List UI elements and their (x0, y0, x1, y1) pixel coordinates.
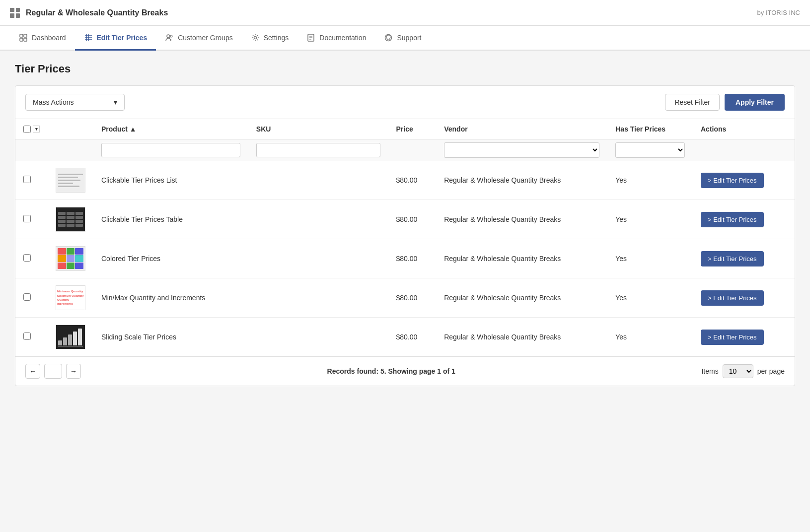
row-sku (248, 239, 388, 278)
row-product-name: Min/Max Quantity and Increments (93, 278, 248, 318)
row-price: $80.00 (388, 200, 437, 239)
row-price: $80.00 (388, 278, 437, 318)
select-all-checkbox[interactable] (23, 126, 31, 133)
row-checkbox-cell (15, 318, 48, 357)
table-row: Minimum QuantityMaximum QuantityQuantity… (15, 278, 795, 318)
row-checkbox-3[interactable] (23, 254, 31, 262)
edit-tier-prices-button[interactable]: > Edit Tier Prices (701, 173, 764, 188)
nav-label-customer-groups: Customer Groups (178, 34, 232, 42)
nav-label-edit-tier-prices: Edit Tier Prices (97, 34, 147, 42)
nav-item-dashboard[interactable]: Dashboard (10, 26, 75, 51)
row-sku (248, 278, 388, 318)
filter-tier-cell (607, 139, 693, 161)
documentation-icon (306, 33, 315, 42)
header-product[interactable]: Product ▲ (93, 119, 248, 139)
product-thumbnail (56, 207, 85, 232)
row-vendor: Regular & Wholesale Quantity Breaks (436, 239, 607, 278)
row-has-tier-prices: Yes (607, 318, 693, 357)
nav-label-settings: Settings (264, 34, 289, 42)
filter-row (15, 139, 795, 161)
row-product-name: Colored Tier Prices (93, 239, 248, 278)
row-actions-cell: > Edit Tier Prices (693, 161, 795, 200)
filter-tier-select[interactable] (615, 142, 685, 158)
filter-thumb-cell (48, 139, 93, 161)
row-checkbox-4[interactable] (23, 293, 31, 301)
toolbar: Mass Actions ▾ Reset Filter Apply Filter (15, 86, 795, 119)
mass-actions-chevron-icon: ▾ (114, 98, 117, 106)
nav-item-support[interactable]: Support (375, 26, 430, 51)
per-page-select[interactable]: 10 20 50 100 (723, 364, 753, 378)
filter-vendor-select[interactable] (444, 142, 599, 158)
table-wrapper: ▾ Product ▲ SKU Price Vendor Has Tier Pr… (15, 119, 795, 356)
product-thumbnail (56, 168, 85, 193)
next-page-button[interactable]: → (66, 364, 81, 379)
row-has-tier-prices: Yes (607, 161, 693, 200)
header-thumb (48, 119, 93, 139)
mass-actions-label: Mass Actions (33, 98, 74, 106)
customer-groups-icon (165, 33, 174, 42)
filter-product-cell (93, 139, 248, 161)
row-vendor: Regular & Wholesale Quantity Breaks (436, 161, 607, 200)
svg-rect-1 (24, 34, 27, 37)
row-product-name: Clickable Tier Prices List (93, 161, 248, 200)
mass-actions-dropdown[interactable]: Mass Actions ▾ (25, 94, 125, 111)
settings-icon (251, 33, 260, 42)
header-vendor: Vendor (436, 119, 607, 139)
row-actions-cell: > Edit Tier Prices (693, 278, 795, 318)
header-checkbox-group: ▾ (23, 126, 40, 133)
row-actions-cell: > Edit Tier Prices (693, 239, 795, 278)
row-price: $80.00 (388, 239, 437, 278)
nav-item-documentation[interactable]: Documentation (297, 26, 375, 51)
row-checkbox-cell (15, 161, 48, 200)
row-actions-cell: > Edit Tier Prices (693, 318, 795, 357)
header-has-tier-prices: Has Tier Prices (607, 119, 693, 139)
dashboard-icon (19, 33, 28, 42)
row-thumb-cell (48, 239, 93, 278)
filter-price-cell (388, 139, 437, 161)
app-title: Regular & Wholesale Quantity Breaks (26, 8, 168, 17)
nav-bar: Dashboard Edit Tier Prices Customer Grou… (0, 26, 810, 51)
svg-point-9 (167, 35, 170, 38)
row-vendor: Regular & Wholesale Quantity Breaks (436, 278, 607, 318)
row-checkbox-cell (15, 239, 48, 278)
apply-filter-button[interactable]: Apply Filter (725, 94, 785, 111)
table-row: Sliding Scale Tier Prices$80.00Regular &… (15, 318, 795, 357)
filter-sku-input[interactable] (256, 143, 380, 157)
nav-item-customer-groups[interactable]: Customer Groups (156, 26, 241, 51)
row-checkbox-5[interactable] (23, 332, 31, 340)
table-row: Clickable Tier Prices List$80.00Regular … (15, 161, 795, 200)
filter-checkbox-cell (15, 139, 48, 161)
filter-product-input[interactable] (101, 143, 240, 157)
nav-label-dashboard: Dashboard (32, 34, 66, 42)
svg-point-10 (170, 35, 172, 37)
row-has-tier-prices: Yes (607, 239, 693, 278)
by-itoris: by ITORIS INC (757, 9, 800, 16)
edit-tier-prices-button[interactable]: > Edit Tier Prices (701, 251, 764, 266)
row-sku (248, 161, 388, 200)
table-header-row: ▾ Product ▲ SKU Price Vendor Has Tier Pr… (15, 119, 795, 139)
edit-tier-prices-button[interactable]: > Edit Tier Prices (701, 330, 764, 345)
product-thumbnail: Minimum QuantityMaximum QuantityQuantity… (56, 285, 85, 310)
product-thumbnail (56, 325, 85, 349)
header-sku: SKU (248, 119, 388, 139)
header-actions: Actions (693, 119, 795, 139)
checkbox-dropdown[interactable]: ▾ (33, 126, 40, 133)
edit-tier-prices-button[interactable]: > Edit Tier Prices (701, 290, 764, 306)
row-checkbox-2[interactable] (23, 215, 31, 222)
nav-label-documentation: Documentation (319, 34, 366, 42)
prev-page-button[interactable]: ← (25, 364, 40, 379)
svg-rect-2 (20, 38, 23, 41)
nav-item-edit-tier-prices[interactable]: Edit Tier Prices (75, 26, 156, 51)
product-thumbnail (56, 246, 85, 271)
row-checkbox-1[interactable] (23, 176, 31, 183)
row-has-tier-prices: Yes (607, 278, 693, 318)
nav-item-settings[interactable]: Settings (242, 26, 298, 51)
page-title: Tier Prices (15, 63, 795, 75)
current-page-input[interactable]: 1 (44, 364, 62, 379)
table-row: Colored Tier Prices$80.00Regular & Whole… (15, 239, 795, 278)
edit-tier-prices-button[interactable]: > Edit Tier Prices (701, 212, 764, 227)
row-vendor: Regular & Wholesale Quantity Breaks (436, 318, 607, 357)
reset-filter-button[interactable]: Reset Filter (665, 94, 720, 111)
header-price: Price (388, 119, 437, 139)
svg-rect-3 (24, 38, 27, 41)
